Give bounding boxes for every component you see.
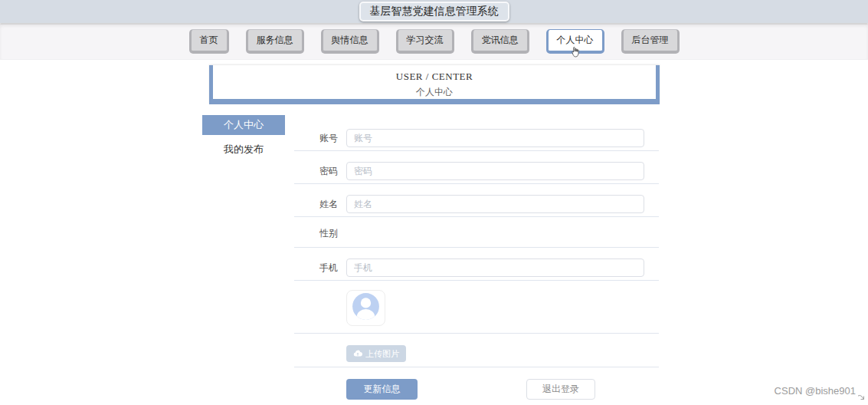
sidebar-item-my-posts[interactable]: 我的发布 [202,140,285,160]
form-row-name: 姓名 [294,184,659,217]
logout-button[interactable]: 退出登录 [526,379,595,400]
nav-item-party-news[interactable]: 党讯信息 [471,29,529,54]
password-input[interactable] [346,162,644,180]
name-label: 姓名 [294,198,338,211]
gender-label: 性别 [294,227,338,240]
sidebar: 个人中心 我的发布 [202,115,285,160]
phone-input[interactable] [346,258,644,277]
page-banner: USER / CENTER 个人中心 [209,65,660,104]
watermark: CSDN @bishe901 [775,385,856,397]
password-label: 密码 [294,165,338,178]
nav-item-home[interactable]: 首页 [189,29,229,54]
form-row-phone: 手机 [294,248,659,281]
banner-title-en: USER / CENTER [213,71,656,83]
form-row-actions: 更新信息 退出登录 [294,367,659,400]
nav-item-personal-center-label: 个人中心 [557,35,594,45]
app-title: 基层智慧党建信息管理系统 [359,2,509,21]
cloud-upload-icon [353,349,362,359]
nav-item-learning-exchange[interactable]: 学习交流 [396,29,454,54]
main-nav: 首页 服务信息 舆情信息 学习交流 党讯信息 个人中心 后台管理 [0,24,868,60]
profile-form: 账号 密码 姓名 性别 手机 [294,118,659,400]
banner-title-zh: 个人中心 [213,86,656,99]
page-root: 基层智慧党建信息管理系统 首页 服务信息 舆情信息 学习交流 党讯信息 个人中心… [0,0,868,405]
account-input[interactable] [346,129,644,147]
nav-item-personal-center[interactable]: 个人中心 [546,29,604,54]
hand-cursor-icon [570,46,580,61]
avatar[interactable] [346,290,385,326]
sidebar-item-personal-center[interactable]: 个人中心 [202,115,285,135]
app-header: 基层智慧党建信息管理系统 [0,0,868,23]
update-info-button[interactable]: 更新信息 [346,379,418,400]
nav-item-public-opinion[interactable]: 舆情信息 [321,29,379,54]
account-label: 账号 [294,132,338,145]
form-row-gender: 性别 [294,217,659,248]
nav-item-admin[interactable]: 后台管理 [621,29,680,54]
phone-label: 手机 [294,262,338,275]
corner-scribble-mark [857,390,865,403]
form-row-avatar [294,281,659,334]
name-input[interactable] [346,195,644,213]
form-row-account: 账号 [294,118,659,151]
form-row-upload: 上传图片 [294,334,659,367]
form-row-password: 密码 [294,151,659,184]
upload-image-label: 上传图片 [365,348,399,360]
person-avatar-icon [350,291,382,325]
upload-image-button[interactable]: 上传图片 [346,345,406,362]
nav-item-service-info[interactable]: 服务信息 [246,29,304,54]
